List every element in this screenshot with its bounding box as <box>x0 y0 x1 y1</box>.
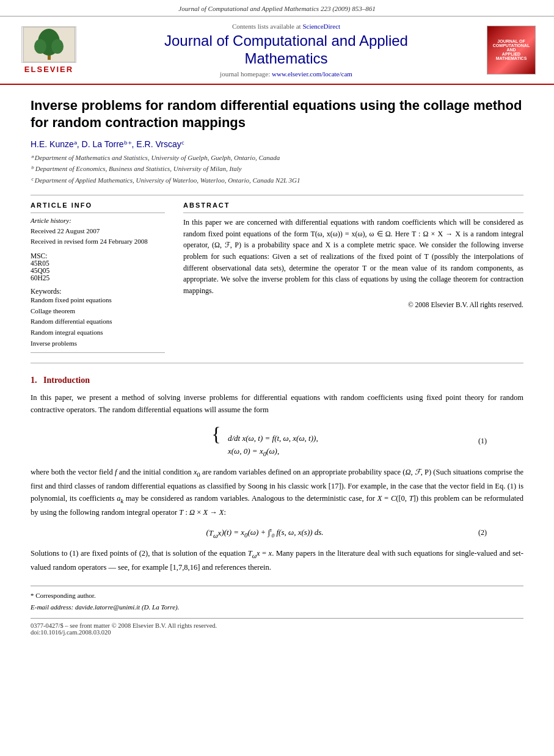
elsevier-tree-icon <box>23 27 75 62</box>
elsevier-logo: ELSEVIER <box>12 26 86 74</box>
main-content: Inverse problems for random differential… <box>0 85 554 648</box>
msc-1: 45R05 <box>31 260 165 267</box>
affiliation-b: ᵇ Department of Economics, Business and … <box>31 164 523 174</box>
abstract-column: ABSTRACT In this paper we are concerned … <box>183 202 523 357</box>
article-info-column: ARTICLE INFO Article history: Received 2… <box>31 202 165 357</box>
keyword-4: Random integral equations <box>31 327 165 338</box>
received-2: Received in revised form 24 February 200… <box>31 236 165 247</box>
keyword-3: Random differential equations <box>31 316 165 327</box>
abstract-divider <box>183 213 523 213</box>
section-name: Introduction <box>43 376 90 385</box>
keywords-section: Keywords: Random fixed point equations C… <box>31 288 165 349</box>
equation-1-block: { d/dt x(ω, t) = f(t, ω, x(ω, t)), x(ω, … <box>67 424 487 457</box>
journal-title-center: Contents lists available at ScienceDirec… <box>86 23 487 78</box>
equation-1-lines: d/dt x(ω, t) = f(t, ω, x(ω, t)), x(ω, 0)… <box>228 434 318 457</box>
header-divider <box>31 195 523 195</box>
elsevier-brand-name: ELSEVIER <box>24 65 73 74</box>
citation-text: Journal of Computational and Applied Mat… <box>178 5 375 12</box>
journal-citation-bar: Journal of Computational and Applied Mat… <box>0 0 554 16</box>
corresponding-author-note: * Corresponding author. <box>31 591 523 600</box>
journal-header: ELSEVIER Contents lists available at Sci… <box>0 16 554 85</box>
equation-1-content: { d/dt x(ω, t) = f(t, ω, x(ω, t)), x(ω, … <box>67 424 462 457</box>
abstract-header: ABSTRACT <box>183 202 523 209</box>
brace-icon: { <box>211 423 221 445</box>
intro-para-2: where both the vector field f and the in… <box>31 466 523 518</box>
science-direct-link[interactable]: ScienceDirect <box>302 23 340 30</box>
bottom-bar: 0377-0427/$ – see front matter © 2008 El… <box>31 618 523 636</box>
keyword-1: Random fixed point equations <box>31 295 165 306</box>
introduction-title: 1. Introduction <box>31 376 523 385</box>
history-label: Article history: <box>31 217 165 224</box>
msc-label: MSC: <box>31 252 165 260</box>
article-title: Inverse problems for random differential… <box>31 97 523 132</box>
journal-cover-image: JOURNAL OF COMPUTATIONAL AND APPLIED MAT… <box>487 26 536 75</box>
email-text: E-mail address: davide.latorre@unimi.it … <box>31 603 179 611</box>
intro-para-1: In this paper, we present a method of so… <box>31 391 523 416</box>
equation-2-block: (Tωx)(t) = x0(ω) + ∫t0 f(s, ω, x(s)) ds.… <box>67 527 487 539</box>
keywords-label: Keywords: <box>31 288 165 295</box>
cover-title: JOURNAL OF COMPUTATIONAL AND APPLIED MAT… <box>490 39 533 60</box>
footnote-area: * Corresponding author. E-mail address: … <box>31 586 523 612</box>
copyright-line: © 2008 Elsevier B.V. All rights reserved… <box>183 301 523 308</box>
doi-line: doi:10.1016/j.cam.2008.03.020 <box>31 629 523 636</box>
article-info-header: ARTICLE INFO <box>31 202 165 209</box>
svg-point-3 <box>34 39 46 54</box>
journal-homepage: journal homepage: www.elsevier.com/locat… <box>98 70 475 78</box>
affiliation-a: ᵃ Department of Mathematics and Statisti… <box>31 153 523 163</box>
keyword-2: Collage theorem <box>31 306 165 317</box>
affiliation-c: ᶜ Department of Applied Mathematics, Uni… <box>31 175 523 186</box>
intro-para-3: Solutions to (1) are fixed points of (2)… <box>31 547 523 573</box>
journal-name: Journal of Computational and Applied Mat… <box>98 32 475 68</box>
msc-2: 45Q05 <box>31 267 165 274</box>
eq1-top-line: d/dt x(ω, t) = f(t, ω, x(ω, t)), <box>228 434 318 443</box>
keyword-5: Inverse problems <box>31 338 165 349</box>
msc-section: MSC: 45R05 45Q05 60H25 <box>31 252 165 282</box>
info-abstract-section: ARTICLE INFO Article history: Received 2… <box>31 202 523 357</box>
section-number: 1. <box>31 376 37 385</box>
homepage-link[interactable]: www.elsevier.com/locate/cam <box>272 70 352 78</box>
elsevier-logo-image <box>21 26 76 63</box>
info-bottom-divider <box>31 352 165 353</box>
issn-line: 0377-0427/$ – see front matter © 2008 El… <box>31 622 523 629</box>
abstract-text: In this paper we are concerned with diff… <box>183 217 523 296</box>
svg-point-4 <box>51 39 64 54</box>
body-divider <box>31 363 523 363</box>
eq1-bottom-line: x(ω, 0) = x0(ω), <box>228 446 318 457</box>
science-direct-line: Contents lists available at ScienceDirec… <box>98 23 475 30</box>
info-divider <box>31 213 165 213</box>
equation-2-number: (2) <box>462 528 487 537</box>
received-1: Received 22 August 2007 <box>31 226 165 236</box>
article-history-section: Article history: Received 22 August 2007… <box>31 217 165 246</box>
email-note: E-mail address: davide.latorre@unimi.it … <box>31 603 523 612</box>
equation-1-number: (1) <box>462 437 487 446</box>
affiliations: ᵃ Department of Mathematics and Statisti… <box>31 153 523 186</box>
equation-2-content: (Tωx)(t) = x0(ω) + ∫t0 f(s, ω, x(s)) ds. <box>67 527 462 539</box>
page: Journal of Computational and Applied Mat… <box>0 0 554 756</box>
msc-3: 60H25 <box>31 274 165 282</box>
authors-line: H.E. Kunzeᵃ, D. La Torreᵇ⁺, E.R. Vrscayᶜ <box>31 139 523 149</box>
